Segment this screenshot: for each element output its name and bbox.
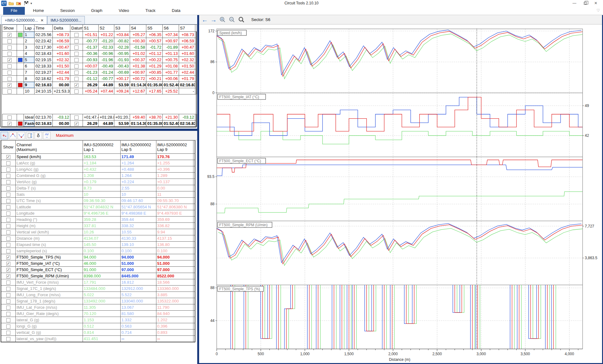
checkbox[interactable] bbox=[8, 39, 12, 43]
channel-name-cell[interactable]: IMU_Gier_Rate (deg/s) bbox=[15, 311, 83, 317]
ribbon-tab-track[interactable]: Track bbox=[137, 7, 164, 15]
channel-name-cell[interactable]: LatAcc (g) bbox=[15, 160, 83, 166]
zoom-in-icon[interactable] bbox=[219, 16, 226, 23]
channel-name-cell[interactable]: Latitude bbox=[15, 204, 83, 210]
lap-column-header-3[interactable]: IMU-S20000002Lap 9 bbox=[156, 141, 193, 154]
lap-number-cell[interactable]: 6 bbox=[24, 63, 35, 69]
column-header-S4[interactable]: S4 bbox=[130, 25, 146, 32]
channel-name-cell[interactable]: VertAcc (g) bbox=[15, 179, 83, 185]
checkbox[interactable] bbox=[6, 324, 10, 329]
column-header-S1[interactable]: S1 bbox=[83, 25, 99, 32]
column-header-Datum[interactable]: Datum bbox=[70, 25, 83, 32]
column-header-Time[interactable]: Time bbox=[35, 25, 53, 32]
checkbox[interactable] bbox=[6, 193, 10, 197]
channel-name-cell[interactable]: FT500_Simple_ECT (°C) bbox=[15, 267, 83, 273]
column-header-S3[interactable]: S3 bbox=[114, 25, 130, 32]
checkbox-checked[interactable]: ✓ bbox=[6, 262, 10, 266]
checkbox[interactable] bbox=[74, 33, 79, 37]
column-header-Show[interactable]: Show bbox=[3, 25, 17, 32]
channel-name-cell[interactable]: lateral_G (g) bbox=[15, 317, 83, 323]
horizontal-splitter[interactable] bbox=[0, 129, 197, 131]
checkbox[interactable] bbox=[74, 52, 79, 56]
checkbox[interactable] bbox=[6, 243, 10, 247]
channel-name-cell[interactable]: Longitude bbox=[15, 210, 83, 217]
channel-name-cell[interactable]: Speed (km/h) bbox=[15, 154, 83, 160]
channel-name-cell[interactable]: Distance (m) bbox=[15, 235, 83, 242]
checkbox[interactable] bbox=[74, 39, 79, 43]
ribbon-collapse-icon[interactable]: ♡ bbox=[596, 8, 600, 13]
lap-column-header-1[interactable]: IMU-S20000002Lap 1 bbox=[83, 141, 120, 154]
peak-icon[interactable] bbox=[9, 132, 17, 139]
checkbox[interactable] bbox=[6, 180, 10, 184]
column-header-color[interactable] bbox=[17, 25, 24, 32]
checkbox[interactable] bbox=[6, 168, 10, 172]
checkbox[interactable] bbox=[74, 71, 79, 75]
checkbox[interactable] bbox=[6, 186, 10, 190]
channel-name-cell[interactable]: vertical_G (g) bbox=[15, 329, 83, 336]
checkbox[interactable] bbox=[6, 337, 10, 341]
checkbox[interactable] bbox=[6, 161, 10, 165]
checkbox[interactable] bbox=[8, 46, 12, 50]
checkbox[interactable] bbox=[6, 306, 10, 310]
valley-icon[interactable] bbox=[18, 132, 25, 139]
channel-name-cell[interactable]: Signal_17C_1 (deg/s) bbox=[15, 286, 83, 292]
checkbox[interactable] bbox=[74, 64, 79, 68]
checkbox[interactable] bbox=[8, 64, 12, 68]
channel-name-cell[interactable]: Sats bbox=[15, 191, 83, 198]
ribbon-tab-home[interactable]: Home bbox=[25, 7, 52, 15]
ribbon-tab-session[interactable]: Session bbox=[52, 7, 83, 15]
checkbox[interactable] bbox=[74, 77, 79, 81]
document-tab-1[interactable]: +IMU-S2000000...✕ bbox=[1, 16, 47, 24]
checkbox-checked[interactable]: ✓ bbox=[6, 268, 10, 272]
channel-name-cell[interactable]: longi_G (g) bbox=[15, 323, 83, 329]
checkbox[interactable] bbox=[8, 52, 12, 56]
checkbox[interactable] bbox=[6, 205, 10, 209]
restore-button[interactable] bbox=[580, 0, 590, 6]
checkbox[interactable] bbox=[6, 281, 10, 285]
channel-name-cell[interactable]: LongAcc (g) bbox=[15, 166, 83, 173]
ribbon-tab-graph[interactable]: Graph bbox=[83, 7, 111, 15]
telemetry-plot[interactable]: 172860Speed (km/h)4942FT500_Simple_IAT (… bbox=[199, 24, 602, 363]
checkbox[interactable] bbox=[6, 224, 10, 228]
magnifier-icon[interactable] bbox=[238, 16, 245, 23]
checkbox[interactable] bbox=[8, 115, 12, 120]
ribbon-tab-video[interactable]: Video bbox=[111, 7, 137, 15]
lap-column-header-2[interactable]: IMU-S20000002Lap 5 bbox=[120, 141, 156, 154]
lap-number-cell[interactable]: 10 bbox=[24, 88, 35, 94]
channel-name-cell[interactable]: FT500_Simple_IAT (°C) bbox=[15, 260, 83, 267]
lap-number-cell[interactable]: 1 bbox=[24, 32, 35, 38]
checkbox[interactable] bbox=[6, 211, 10, 216]
checkbox[interactable] bbox=[74, 46, 79, 50]
channel-name-cell[interactable]: UTC Time (s) bbox=[15, 198, 83, 204]
checkbox[interactable] bbox=[74, 89, 79, 94]
column-header-S6[interactable]: S6 bbox=[163, 25, 179, 32]
column-header-S7[interactable]: S7 bbox=[179, 25, 195, 32]
channel-name-cell[interactable]: Heading (°) bbox=[15, 217, 83, 223]
channel-name-cell[interactable]: Combined G (g) bbox=[15, 173, 83, 179]
checkbox[interactable] bbox=[6, 293, 10, 297]
column-header-Delta[interactable]: Delta bbox=[53, 25, 70, 32]
close-button[interactable]: ✕ bbox=[590, 0, 601, 6]
lap-number-cell[interactable]: 7 bbox=[24, 69, 35, 76]
checkbox[interactable] bbox=[8, 77, 12, 81]
channel-name-cell[interactable]: sampleperiod (s) bbox=[15, 248, 83, 254]
column-header-S2[interactable]: S2 bbox=[99, 25, 114, 32]
checkbox[interactable] bbox=[8, 71, 12, 75]
checkbox-checked[interactable]: ✓ bbox=[6, 274, 10, 278]
zoom-out-icon[interactable] bbox=[229, 16, 236, 23]
checkbox[interactable] bbox=[6, 331, 10, 335]
cursor-add-icon[interactable]: +● bbox=[1, 132, 8, 139]
channel-name-cell[interactable]: Signal_178_1 (deg/s) bbox=[15, 298, 83, 304]
ribbon-tab-data[interactable]: Data bbox=[164, 7, 188, 15]
range-icon[interactable] bbox=[26, 132, 34, 139]
checkbox[interactable] bbox=[6, 249, 10, 253]
channel-name-cell[interactable]: IMU_Long_Force (m/ss) bbox=[15, 292, 83, 298]
lap-number-cell[interactable]: 2 bbox=[24, 38, 35, 44]
channel-name-cell[interactable]: IMU_Vert_Force (m/ss) bbox=[15, 279, 83, 286]
checkbox-checked[interactable]: ✓ bbox=[8, 83, 12, 87]
channel-name-cell[interactable]: lateral_vs_yaw ((null)) bbox=[15, 336, 83, 342]
checkbox[interactable] bbox=[6, 218, 10, 222]
document-tab-2[interactable]: IMU-S2000000... bbox=[47, 16, 85, 24]
ribbon-tab-file[interactable]: File bbox=[3, 7, 25, 15]
channel-name-cell[interactable]: Vertical vel (km/h) bbox=[15, 229, 83, 235]
